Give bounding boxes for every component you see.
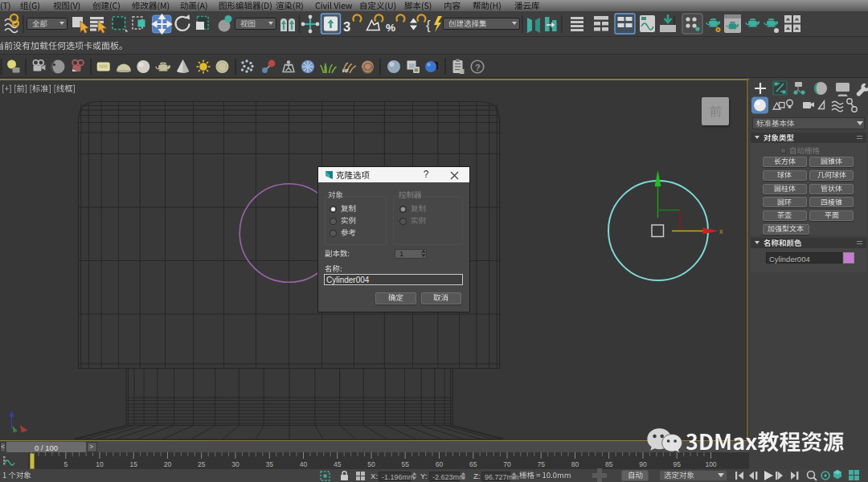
svg-text:35: 35 [265, 460, 273, 468]
svg-text:?: ? [475, 63, 481, 72]
svg-text:95: 95 [673, 460, 681, 468]
svg-text:3: 3 [343, 19, 350, 34]
svg-text:{: { [426, 18, 431, 33]
svg-text:30: 30 [231, 460, 240, 468]
svg-text:15: 15 [129, 460, 137, 468]
svg-text:55: 55 [401, 460, 409, 468]
svg-text:HF: HF [342, 68, 349, 73]
svg-text:5: 5 [63, 460, 68, 468]
svg-text:45: 45 [334, 460, 342, 468]
svg-text:50: 50 [367, 460, 375, 468]
svg-text:80: 80 [571, 460, 579, 468]
svg-text:85: 85 [605, 460, 613, 468]
svg-text:100: 100 [705, 460, 716, 468]
svg-text:75: 75 [537, 460, 545, 468]
svg-text:%: % [386, 22, 395, 34]
svg-text:x: x [719, 227, 723, 235]
svg-text:60: 60 [436, 460, 444, 468]
svg-text:90: 90 [639, 460, 647, 468]
svg-text:65: 65 [469, 460, 477, 468]
svg-text:70: 70 [503, 460, 511, 468]
svg-text:25: 25 [198, 460, 206, 468]
svg-text:10: 10 [96, 460, 104, 468]
svg-text:20: 20 [164, 460, 172, 468]
svg-text:40: 40 [300, 460, 308, 468]
